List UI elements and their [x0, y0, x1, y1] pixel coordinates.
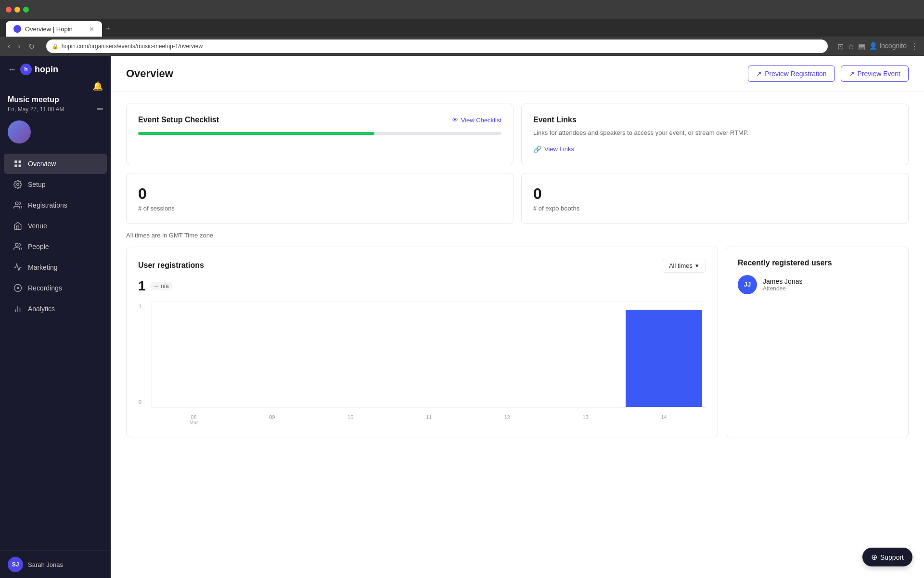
chart-area: 1 0 — [152, 302, 706, 407]
recently-registered-card: Recently registered users JJ James Jonas… — [726, 247, 909, 437]
registrations-icon — [13, 201, 22, 210]
browser-chrome — [0, 0, 924, 19]
event-title: Music meetup — [0, 95, 111, 106]
event-links-title: Event Links — [533, 116, 897, 124]
view-links-button[interactable]: 🔗 View Links — [533, 145, 897, 153]
sidebar-item-venue[interactable]: Venue — [4, 216, 107, 236]
header-actions: ↗ Preview Registration ↗ Preview Event — [748, 66, 909, 82]
chart-bar-7-filled — [626, 310, 702, 407]
content-area: Event Setup Checklist 👁 View Checklist E… — [111, 92, 924, 449]
chart-gridline-1 — [152, 302, 706, 302]
chart-x-date-2: 09 — [234, 414, 310, 420]
sidebar-item-venue-label: Venue — [28, 222, 47, 230]
address-bar[interactable]: 🔒 hopin.com/organisers/events/music-meet… — [46, 39, 828, 53]
profile-icon[interactable]: 👤 Incognito — [869, 42, 907, 51]
sidebar-item-setup-label: Setup — [28, 181, 46, 188]
browser-tab-overview[interactable]: Overview | Hopin ✕ — [6, 21, 102, 37]
event-more-button[interactable]: ••• — [97, 106, 103, 113]
minimize-window-button[interactable] — [14, 7, 20, 13]
browser-refresh-button[interactable]: ↻ — [26, 41, 37, 52]
user-name: Sarah Jonas — [28, 561, 63, 568]
cast-icon[interactable]: ⊡ — [837, 42, 844, 51]
sidebar-item-marketing[interactable]: Marketing — [4, 257, 107, 277]
chart-x-date-1: 08 — [155, 414, 232, 420]
support-label: Support — [880, 553, 904, 561]
top-cards-grid: Event Setup Checklist 👁 View Checklist E… — [126, 104, 909, 165]
marketing-icon — [13, 263, 22, 272]
new-tab-button[interactable]: + — [102, 20, 114, 37]
chart-container: 1 0 — [138, 302, 706, 425]
back-icon[interactable]: ← — [8, 65, 16, 75]
user-row-james-jonas: JJ James Jonas Attendee — [738, 275, 897, 294]
sessions-count: 0 — [138, 185, 501, 203]
filter-button[interactable]: All times ▾ — [662, 259, 706, 273]
lock-icon: 🔒 — [52, 43, 59, 50]
registrations-title: User registrations — [138, 261, 204, 270]
view-checklist-button[interactable]: 👁 View Checklist — [452, 117, 501, 124]
sidebar-footer: SJ Sarah Jonas — [0, 551, 111, 578]
support-button[interactable]: ⊕ Support — [862, 548, 912, 566]
user-role-james-jonas: Attendee — [763, 285, 802, 292]
overview-icon — [13, 159, 22, 168]
setup-icon — [13, 180, 22, 189]
view-checklist-label: View Checklist — [461, 117, 501, 124]
close-window-button[interactable] — [6, 7, 12, 13]
eye-icon: 👁 — [452, 117, 458, 124]
sessions-label: # of sessions — [138, 205, 501, 212]
expo-booths-count: 0 — [533, 185, 897, 203]
sidebar-item-marketing-label: Marketing — [28, 263, 57, 271]
app-layout: ← h hopin 🔔 Music meetup Fri, May 27, 11… — [0, 56, 924, 578]
timezone-notice: All times are in GMT Time zone — [126, 232, 909, 239]
registrations-section: User registrations All times ▾ 1 → n/a — [126, 247, 909, 437]
chart-x-date-4: 11 — [391, 414, 467, 420]
bookmark-icon[interactable]: ☆ — [847, 42, 854, 51]
registrations-card: User registrations All times ▾ 1 → n/a — [126, 247, 718, 437]
event-avatar — [8, 120, 31, 144]
sidebar-item-recordings[interactable]: Recordings — [4, 278, 107, 298]
chart-x-axis: 08 Mar 09 10 — [152, 411, 706, 425]
svg-point-7 — [17, 288, 19, 289]
browser-back-button[interactable]: ‹ — [6, 41, 12, 52]
svg-point-4 — [17, 184, 19, 186]
svg-point-6 — [15, 243, 18, 246]
user-avatar: SJ — [8, 557, 23, 572]
svg-rect-3 — [19, 165, 21, 167]
sidebar-item-overview[interactable]: Overview — [4, 154, 107, 174]
event-date-row: Fri, May 27, 11:00 AM ••• — [0, 106, 111, 115]
sidebar: ← h hopin 🔔 Music meetup Fri, May 27, 11… — [0, 56, 111, 578]
menu-icon[interactable]: ⋮ — [911, 42, 918, 51]
chart-y-label-1: 1 — [139, 303, 141, 309]
recordings-icon — [13, 284, 22, 292]
preview-registration-button[interactable]: ↗ Preview Registration — [748, 66, 834, 82]
sidebar-nav: Overview Setup Registrations Venue Peopl… — [0, 149, 111, 551]
sidebar-item-analytics[interactable]: Analytics — [4, 299, 107, 319]
sidebar-item-setup[interactable]: Setup — [4, 174, 107, 195]
maximize-window-button[interactable] — [23, 7, 29, 13]
chart-y-axis: 1 0 — [139, 302, 141, 407]
preview-event-label: Preview Event — [858, 70, 900, 78]
view-links-label: View Links — [544, 145, 574, 153]
external-link-icon: ↗ — [756, 70, 762, 78]
expo-booths-label: # of expo booths — [533, 205, 897, 212]
chart-x-date-6: 13 — [547, 414, 624, 420]
sidebar-header: ← h hopin — [0, 56, 111, 79]
support-icon: ⊕ — [871, 552, 877, 562]
logo-text: hopin — [35, 65, 58, 75]
tab-close-button[interactable]: ✕ — [89, 26, 94, 33]
preview-event-button[interactable]: ↗ Preview Event — [841, 66, 909, 82]
user-avatar-james-jonas: JJ — [738, 275, 757, 294]
sidebar-item-people[interactable]: People — [4, 236, 107, 257]
chart-x-group-7: 14 — [626, 414, 702, 425]
url-text: hopin.com/organisers/events/music-meetup… — [62, 43, 203, 50]
chart-x-month-1: Mar — [155, 420, 232, 425]
bell-icon[interactable]: 🔔 — [92, 81, 103, 92]
tab-strip-icon[interactable]: ▤ — [858, 42, 865, 51]
svg-point-5 — [15, 202, 18, 205]
user-initials: SJ — [12, 561, 19, 568]
progress-bar-fill — [138, 132, 374, 135]
browser-forward-button[interactable]: › — [16, 41, 22, 52]
checklist-header: Event Setup Checklist 👁 View Checklist — [138, 116, 501, 124]
main-header: Overview ↗ Preview Registration ↗ Previe… — [111, 56, 924, 92]
sidebar-item-registrations[interactable]: Registrations — [4, 195, 107, 215]
chart-x-date-5: 12 — [469, 414, 545, 420]
